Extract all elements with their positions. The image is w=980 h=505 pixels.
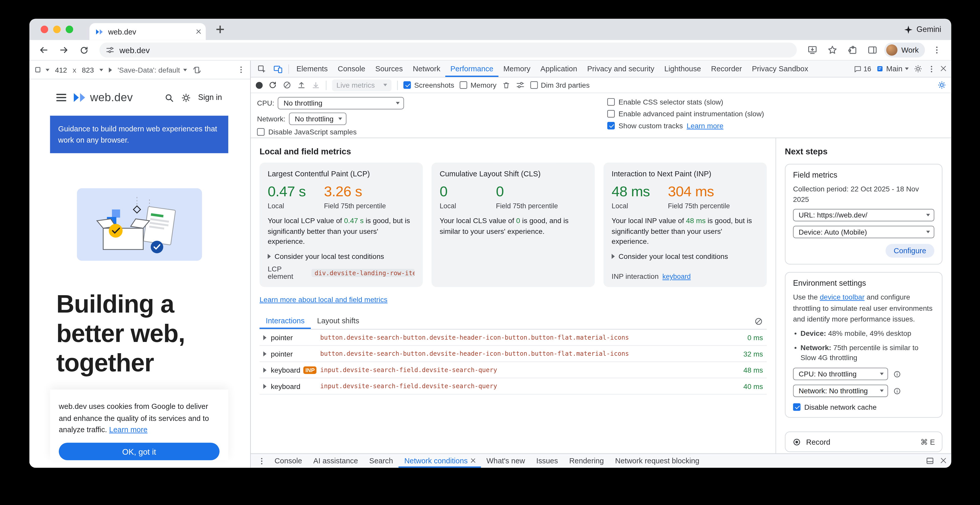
- devtools-tab-lighthouse[interactable]: Lighthouse: [659, 60, 706, 77]
- close-drawer-icon[interactable]: [941, 458, 946, 464]
- hamburger-menu-icon[interactable]: [56, 94, 66, 101]
- drawer-tab-search[interactable]: Search: [364, 454, 399, 468]
- minimize-window-button[interactable]: [53, 25, 60, 33]
- side-panel-icon[interactable]: [864, 42, 881, 58]
- network-throttling-select[interactable]: No throttling: [289, 113, 347, 125]
- drawer-tab-network-conditions[interactable]: Network conditions: [399, 454, 481, 468]
- interaction-row[interactable]: pointer button.devsite-search-button.dev…: [259, 346, 767, 362]
- disable-js-samples-checkbox[interactable]: Disable JavaScript samples: [257, 128, 607, 136]
- show-custom-tracks-checkbox[interactable]: Show custom tracks Learn more: [607, 122, 945, 129]
- memory-checkbox[interactable]: Memory: [460, 81, 496, 89]
- devtools-settings-gear-icon[interactable]: [914, 64, 923, 73]
- extensions-icon[interactable]: [845, 42, 861, 58]
- cookie-ok-button[interactable]: OK, got it: [59, 443, 220, 460]
- profile-chip[interactable]: Work: [885, 43, 925, 57]
- drawer-tab-rendering[interactable]: Rendering: [564, 454, 609, 468]
- disclosure-triangle-icon[interactable]: [263, 384, 266, 389]
- inspect-element-icon[interactable]: [253, 60, 270, 77]
- custom-tracks-learn-more-link[interactable]: Learn more: [687, 122, 723, 129]
- reload-button[interactable]: [76, 42, 92, 58]
- new-tab-button[interactable]: [212, 21, 228, 38]
- browser-menu-kebab-icon[interactable]: [929, 42, 945, 58]
- browser-tab[interactable]: web.dev: [89, 23, 206, 40]
- devtools-tab-application[interactable]: Application: [536, 60, 582, 77]
- clear-icon[interactable]: [283, 81, 291, 89]
- devtools-tab-elements[interactable]: Elements: [291, 60, 333, 77]
- throttling-sliders-icon[interactable]: [516, 81, 525, 89]
- interaction-row[interactable]: keyboard input.devsite-search-field.devs…: [259, 378, 767, 395]
- collect-garbage-icon[interactable]: [502, 81, 510, 89]
- search-icon[interactable]: [164, 93, 174, 102]
- metrics-learn-more-link[interactable]: Learn more about local and field metrics: [259, 296, 388, 303]
- drawer-tab-console[interactable]: Console: [269, 454, 308, 468]
- gemini-button[interactable]: Gemini: [905, 25, 941, 34]
- disclosure-triangle-icon[interactable]: [263, 367, 266, 372]
- interactions-tab[interactable]: Interactions: [259, 313, 311, 329]
- forward-button[interactable]: [56, 42, 72, 58]
- save-data-select[interactable]: 'Save-Data': default: [118, 66, 187, 73]
- close-window-button[interactable]: [41, 25, 48, 33]
- lcp-element-node-link[interactable]: div.devsite-landing-row-item-d…: [311, 268, 415, 277]
- inp-interaction-link[interactable]: keyboard: [663, 273, 691, 280]
- configure-button[interactable]: Configure: [885, 244, 934, 258]
- context-selector[interactable]: Main: [876, 64, 909, 73]
- close-tab-icon[interactable]: [471, 459, 475, 463]
- install-icon[interactable]: [804, 42, 821, 58]
- disable-network-cache-checkbox[interactable]: Disable network cache: [793, 403, 934, 411]
- cpu-info-icon[interactable]: [893, 370, 901, 378]
- devtools-tab-memory[interactable]: Memory: [498, 60, 536, 77]
- drawer-tab-whats-new[interactable]: What's new: [481, 454, 531, 468]
- devtools-tab-recorder[interactable]: Recorder: [706, 60, 747, 77]
- drawer-more-tools-kebab-icon[interactable]: [255, 454, 269, 468]
- download-profile-icon[interactable]: [311, 81, 320, 89]
- site-settings-icon[interactable]: [105, 46, 114, 54]
- devtools-tab-sources[interactable]: Sources: [371, 60, 408, 77]
- disclosure-triangle-icon[interactable]: [263, 335, 266, 340]
- record-icon[interactable]: [256, 81, 263, 89]
- disclosure-triangle-icon[interactable]: [263, 351, 266, 356]
- devtools-tab-privacy-sandbox[interactable]: Privacy Sandbox: [747, 60, 813, 77]
- lcp-consider-toggle[interactable]: Consider your local test conditions: [267, 253, 415, 260]
- theme-toggle-sun-icon[interactable]: [181, 93, 191, 102]
- bookmark-star-icon[interactable]: [824, 42, 841, 58]
- zoom-window-button[interactable]: [66, 25, 73, 33]
- device-toolbar-link[interactable]: device toolbar: [820, 294, 864, 301]
- devtools-tab-performance[interactable]: Performance: [445, 60, 498, 77]
- interaction-row[interactable]: keyboardINP input.devsite-search-field.d…: [259, 362, 767, 378]
- field-url-select[interactable]: URL: https://web.dev/: [793, 209, 934, 222]
- devtools-tab-privacy-security[interactable]: Privacy and security: [582, 60, 659, 77]
- layout-shifts-tab[interactable]: Layout shifts: [311, 313, 366, 329]
- dim-third-parties-checkbox[interactable]: Dim 3rd parties: [530, 81, 589, 89]
- history-select[interactable]: Live metrics: [332, 79, 391, 91]
- rotate-device-icon[interactable]: [192, 65, 201, 74]
- upload-profile-icon[interactable]: [297, 81, 306, 89]
- console-messages-count[interactable]: 16: [853, 65, 871, 73]
- zoom-select-chevron-icon[interactable]: [99, 68, 103, 71]
- device-width-input[interactable]: 412: [55, 66, 67, 73]
- drawer-tab-network-request-blocking[interactable]: Network request blocking: [609, 454, 705, 468]
- cpu-throttling-select[interactable]: No throttling: [278, 97, 404, 110]
- back-button[interactable]: [35, 42, 52, 58]
- throttle-select-chevron-icon[interactable]: [109, 67, 112, 72]
- dock-drawer-icon[interactable]: [926, 456, 934, 465]
- advanced-paint-checkbox[interactable]: Enable advanced paint instrumentation (s…: [607, 110, 945, 118]
- tab-close-icon[interactable]: [196, 29, 200, 34]
- record-button[interactable]: Record ⌘ E: [785, 431, 943, 452]
- devtools-tab-console[interactable]: Console: [333, 60, 371, 77]
- clear-log-icon[interactable]: [754, 317, 767, 326]
- webdev-logo[interactable]: web.dev: [73, 91, 133, 104]
- omnibox[interactable]: web.dev: [99, 43, 797, 57]
- inp-consider-toggle[interactable]: Consider your local test conditions: [612, 253, 759, 260]
- capture-settings-gear-icon[interactable]: [937, 81, 946, 89]
- screenshots-checkbox[interactable]: Screenshots: [404, 81, 454, 89]
- device-toolbar-menu-kebab-icon[interactable]: [237, 66, 245, 74]
- device-preset-select[interactable]: [35, 66, 49, 74]
- sign-in-link[interactable]: Sign in: [198, 93, 222, 102]
- drawer-tab-issues[interactable]: Issues: [531, 454, 564, 468]
- env-cpu-select[interactable]: CPU: No throttling: [793, 368, 888, 380]
- field-device-select[interactable]: Device: Auto (Mobile): [793, 226, 934, 238]
- cookie-learn-more-link[interactable]: Learn more: [109, 426, 148, 434]
- css-selector-stats-checkbox[interactable]: Enable CSS selector stats (slow): [607, 98, 945, 106]
- network-info-icon[interactable]: [893, 387, 901, 395]
- device-height-input[interactable]: 823: [82, 66, 94, 73]
